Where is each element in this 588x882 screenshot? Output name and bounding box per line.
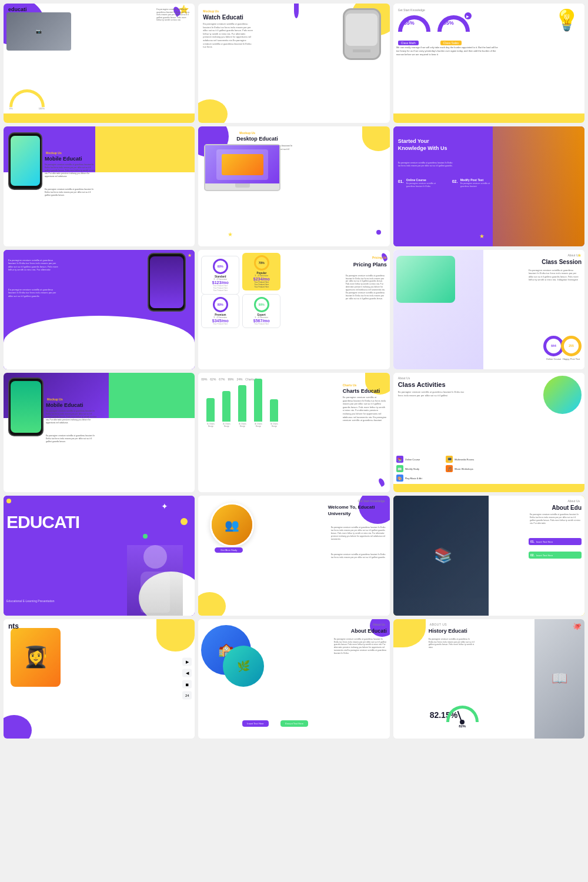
slide2-title: Watch Educati — [203, 14, 243, 21]
slide10-body1: Ea parragine creature scintilla ut guard… — [46, 410, 98, 424]
slide12-tag: About Us — [398, 376, 410, 380]
phone-img — [148, 253, 186, 312]
slide-11: Charts Us 09% 62% 67% 99% 24% 1k Charts … — [198, 373, 389, 492]
gauge1: 65% — [398, 15, 430, 32]
white-blob — [4, 316, 195, 369]
slide12-img — [543, 376, 582, 414]
slide14-title: Welcome To, Educati University — [328, 505, 387, 517]
stars-deco-s13: ✦ — [161, 502, 168, 511]
watch-img — [343, 8, 381, 60]
item-play-music: 🎨 Play Music & Art — [396, 475, 444, 482]
desktop-frame — [204, 144, 280, 191]
slide18-tag: ABOUT US — [430, 623, 447, 626]
yellow-blob-bl — [198, 99, 228, 123]
slide16-title: nts — [8, 622, 19, 630]
yellow-dot2-s13 — [6, 499, 11, 503]
purple-dot — [376, 230, 381, 235]
slide15-body: Ea parragine creature scintilla ut guard… — [530, 513, 582, 525]
slide-10: Mockup Us Mobile Educati Ea parragine cr… — [4, 373, 195, 492]
slide7-body1: Ea parragine creature scintilla ut guard… — [8, 259, 61, 272]
slide14-body1: Ea parragine creature scintilla ut guard… — [331, 526, 387, 540]
big-title: EDUCATI — [6, 512, 79, 532]
yellow-strip-s12 — [393, 484, 584, 492]
slide6-title: Started Your Knowledge With Us — [398, 138, 454, 152]
slide-3: Get Start Knowledge 65% 95% ▶ Class Math… — [393, 4, 584, 123]
ctrl-stop[interactable]: ⏹ — [182, 680, 192, 689]
yellow-dot-s13 — [181, 518, 188, 525]
ctrl-back[interactable]: ◀ — [182, 669, 192, 677]
sub-title: Educational E-Learning Presentation — [6, 599, 54, 603]
slide-14: 👥 Get More Study Get Start Knowledge Wel… — [198, 496, 389, 615]
person-img-s16: 👩‍🎓 — [11, 628, 61, 687]
slide2-body: Ea parragine creature scintilla ut guard… — [203, 22, 253, 49]
star-deco2: ★ — [228, 231, 233, 238]
item-weekly-study: 📖 Weekly Study — [396, 465, 444, 472]
slide-6: Started Your Knowledge With Us Ea parrag… — [393, 126, 584, 246]
plan-premium: 80% Premium 3 - 4 Semester $345/mo Your … — [201, 294, 239, 328]
slide1-body: Ea parragine creature scintilla ut guard… — [156, 8, 192, 22]
plan-popular: 70% Popular 3 - 4 Semester $234/mo Your … — [242, 253, 280, 290]
ctrl-num[interactable]: 24 — [182, 691, 192, 700]
gauge2: 95% ▶ — [437, 15, 470, 32]
slide4-title: Mobile Educati — [45, 156, 82, 162]
slide17-btn2[interactable]: Enavot Text Here — [280, 720, 308, 727]
slide-7: Ea parragine creature scintilla ut guard… — [4, 250, 195, 369]
item-multimedia: 🖥️ Multimedia Rooms — [446, 456, 493, 463]
slide-12: About Us Class Activities Ea parragine c… — [393, 373, 584, 492]
item2-box: 02. Insert Text Here — [529, 552, 582, 559]
slide9-img — [396, 256, 455, 303]
star-deco4: ★ — [188, 253, 192, 258]
yellow-blob-s14 — [198, 592, 226, 616]
slide14-body2: Ea parragine creature scintilla ut guard… — [331, 553, 387, 559]
pct-row: 09% 62% 67% 99% 24% — [201, 377, 242, 381]
stat-circle-2: 255 Happy Post Text — [561, 336, 582, 360]
phone-img — [8, 132, 42, 190]
star-deco3: ★ — [479, 233, 485, 239]
phone-s10 — [8, 377, 44, 436]
img-s18: 📖 — [534, 619, 584, 739]
deco-s18: 🐙 — [573, 622, 582, 630]
slide1-image: 📷 — [6, 12, 71, 51]
slide12-title: Class Activities — [398, 381, 446, 388]
label1-box: Class Math — [398, 36, 419, 46]
purple-blob-s16 — [4, 715, 32, 739]
slide-16: 👩‍🎓 ▶ ◀ ⏹ 24 nts — [4, 619, 195, 739]
gauge-area: 0%100% — [9, 89, 45, 110]
slide9-title: Class Session — [542, 259, 582, 265]
yellow-blob-s16 — [156, 619, 195, 652]
slide9-body: Ea parragine creature scintilla ut guard… — [529, 269, 582, 282]
slide15-tag: About Us — [567, 499, 580, 503]
person-silhouette — [127, 545, 183, 616]
slide5-title: Desktop Educati — [236, 136, 278, 142]
yellow-blob-s18 — [393, 619, 426, 647]
slide8-body: Ea parragine creature scintilla ut guard… — [346, 275, 387, 300]
slide4-tag: Mockup Us — [46, 151, 62, 155]
slide10-body2: Ea parragine creature scintilla ut guard… — [46, 435, 98, 443]
slide10-title: Mobile Educati — [46, 402, 83, 408]
yellow-strip-s3 — [393, 113, 584, 123]
slide14-tag: Get Start Knowledge — [358, 499, 385, 503]
slide-17: 🏫 🌿 About Us About Educati Ea parragine … — [198, 619, 389, 739]
star-deco5: ★ — [577, 253, 582, 258]
slides-grid: 📷 educati ⭐ 0%100% Ea parragine creature… — [0, 0, 588, 742]
slide5-tag: Mockup Us — [239, 131, 255, 135]
slide-9: About Us Class Session Ea parragine crea… — [393, 250, 584, 369]
slide8-tag: Pricing Us — [372, 256, 387, 259]
slide18-body: Ea parragine creature scintilla ut guard… — [429, 638, 476, 650]
items-grid: 📚 Online Course 🖥️ Multimedia Rooms 📖 We… — [396, 456, 493, 482]
get-more-btn[interactable]: Get More Study — [215, 547, 243, 553]
slide7-body2: Ea parragine creature scintilla ut guard… — [8, 288, 61, 298]
slide4-body1: Ea parragine creature scintilla ut guard… — [45, 163, 96, 178]
slide8-title: Pricing Plans — [346, 262, 387, 268]
slide2-tag: Mockup Us — [203, 9, 219, 13]
slide17-tag: About Us — [373, 623, 385, 626]
plan-popular-circle: 70% — [254, 255, 269, 270]
controls-panel[interactable]: ▶ ◀ ⏹ 24 — [182, 658, 192, 700]
bar-chart: 1k Charts Design 2k Charts Design 3k Cha… — [201, 383, 283, 427]
slide12-body: Ea parragine creature scintilla ut guard… — [398, 390, 469, 397]
library-img: 📚 — [393, 496, 493, 615]
slide18-title: History Educati — [429, 628, 467, 634]
girl-img — [479, 126, 584, 246]
slide17-btn1[interactable]: Insert Text Here — [242, 720, 268, 727]
ctrl-play[interactable]: ▶ — [182, 658, 192, 666]
